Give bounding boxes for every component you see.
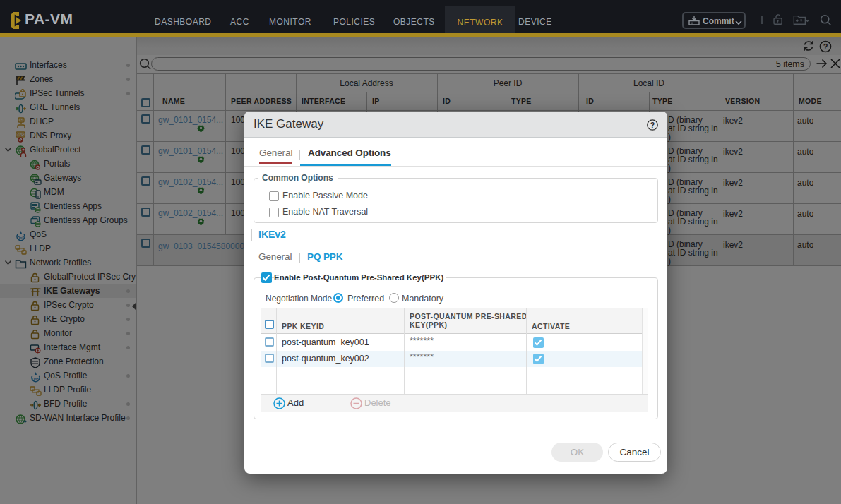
svg-text:?: ? xyxy=(650,121,655,129)
